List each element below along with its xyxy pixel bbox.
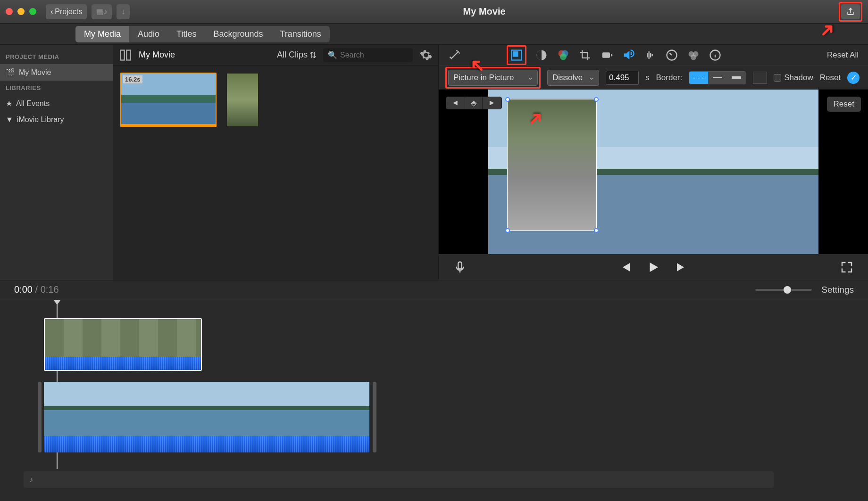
tab-my-media[interactable]: My Media — [75, 26, 129, 42]
time-current: 0:00 — [14, 284, 33, 295]
audio-strip — [45, 357, 201, 371]
close-icon[interactable] — [6, 8, 13, 15]
next-button[interactable] — [675, 260, 689, 274]
share-highlight — [839, 2, 862, 22]
tab-titles[interactable]: Titles — [168, 26, 205, 42]
transition-label: Dissolve — [552, 73, 583, 82]
resize-handle[interactable] — [505, 97, 510, 102]
overlay-icon[interactable] — [510, 49, 523, 62]
shadow-checkbox[interactable]: Shadow — [774, 73, 813, 82]
volume-icon[interactable] — [622, 49, 635, 62]
filter-label: All Clips — [277, 50, 308, 60]
resize-handle[interactable] — [594, 97, 599, 102]
overlay-highlight — [507, 45, 526, 65]
resize-handle[interactable] — [594, 228, 599, 233]
clip-thumb-1[interactable]: 16.2s — [120, 73, 217, 127]
timeline[interactable]: ♪ — [0, 299, 868, 501]
canvas[interactable] — [488, 90, 818, 254]
prev-edit-icon[interactable]: ◄ — [446, 97, 465, 109]
window-title: My Movie — [130, 6, 839, 17]
list-toggle-icon[interactable] — [119, 49, 132, 62]
svg-rect-8 — [602, 52, 610, 58]
tab-segment: My Media Audio Titles Backgrounds Transi… — [75, 26, 330, 42]
viewer-nav: ◄ ⬘ ► — [446, 97, 502, 109]
apply-button[interactable]: ✓ — [847, 72, 860, 84]
svg-rect-3 — [513, 52, 517, 56]
thumbnails: 16.2s — [113, 66, 438, 134]
duration-field[interactable] — [606, 71, 639, 85]
viewer-reset-button[interactable]: Reset — [827, 97, 861, 112]
search-field[interactable]: 🔍 — [323, 48, 413, 62]
updown-icon: ⇅ — [309, 50, 317, 60]
left-pane: PROJECT MEDIA 🎬 My Movie LIBRARIES ★ All… — [0, 45, 439, 280]
seconds-label: s — [645, 73, 650, 82]
svg-rect-14 — [458, 262, 462, 269]
sidebar-item-label: iMovie Library — [17, 115, 64, 124]
audio-strip — [44, 436, 369, 452]
prev-button[interactable] — [618, 260, 632, 274]
download-icon: ↓ — [121, 8, 125, 16]
border-thick[interactable] — [727, 72, 746, 84]
options-bar: Picture in Picture Dissolve s Border: - … — [439, 66, 868, 90]
clip-preview — [227, 74, 258, 126]
border-thin[interactable] — [708, 72, 727, 84]
minimize-icon[interactable] — [17, 8, 25, 15]
border-label: Border: — [656, 73, 683, 82]
clip-thumb-2[interactable] — [226, 73, 259, 127]
timeline-settings-button[interactable]: Settings — [821, 285, 854, 295]
resize-handle[interactable] — [505, 228, 510, 233]
music-track[interactable]: ♪ — [24, 471, 774, 488]
info-icon[interactable] — [709, 49, 722, 62]
sidebar-item-allevents[interactable]: ★ All Events — [0, 95, 113, 112]
tab-audio[interactable]: Audio — [129, 26, 168, 42]
clip-edge-right[interactable] — [373, 382, 376, 452]
tab-transitions[interactable]: Transitions — [272, 26, 330, 42]
sidebar-item-library[interactable]: ▼ iMovie Library — [0, 112, 113, 128]
noise-reduce-icon[interactable] — [643, 49, 657, 62]
magic-wand-icon[interactable] — [448, 49, 461, 62]
back-projects-button[interactable]: ‹ Projects — [46, 4, 87, 19]
download-button[interactable]: ↓ — [117, 4, 130, 19]
stabilize-icon[interactable] — [600, 49, 613, 62]
reset-button[interactable]: Reset — [820, 73, 841, 82]
waveform — [44, 436, 369, 452]
share-button[interactable] — [841, 4, 860, 19]
crop-icon[interactable] — [578, 49, 592, 62]
voiceover-icon[interactable] — [453, 260, 467, 274]
speed-icon[interactable] — [665, 49, 678, 62]
color-balance-icon[interactable] — [535, 49, 548, 62]
overlay-mode-dropdown[interactable]: Picture in Picture — [448, 70, 538, 86]
sidebar: PROJECT MEDIA 🎬 My Movie LIBRARIES ★ All… — [0, 45, 113, 280]
titlebar: ‹ Projects ▦♪ ↓ My Movie — [0, 0, 868, 24]
tab-backgrounds[interactable]: Backgrounds — [205, 26, 271, 42]
chevron-left-icon: ‹ — [50, 8, 53, 16]
search-input[interactable] — [340, 51, 408, 59]
filter-icon[interactable] — [687, 49, 700, 62]
clip-duration: 16.2s — [123, 75, 142, 83]
share-icon — [846, 7, 855, 16]
color-correct-icon[interactable] — [557, 49, 570, 62]
media-browser: My Movie All Clips ⇅ 🔍 16.2s — [113, 45, 438, 280]
media-import-button[interactable]: ▦♪ — [92, 4, 112, 19]
pip-track-clip[interactable] — [44, 318, 202, 371]
fullscreen-icon[interactable] — [840, 260, 854, 274]
reset-all-button[interactable]: Reset All — [827, 50, 859, 60]
play-button[interactable] — [646, 260, 660, 274]
settings-gear-icon[interactable] — [419, 49, 433, 62]
border-none[interactable]: - - - — [689, 72, 708, 84]
clip-edge-left[interactable] — [38, 382, 42, 452]
clips-filter-dropdown[interactable]: All Clips ⇅ — [277, 50, 317, 60]
slider-knob[interactable] — [784, 286, 791, 294]
pip-overlay[interactable] — [507, 99, 597, 231]
swap-icon[interactable]: ⬘ — [465, 97, 483, 109]
next-edit-icon[interactable]: ► — [483, 97, 502, 109]
checkbox-icon — [774, 74, 781, 82]
border-color-picker[interactable] — [753, 72, 767, 84]
main-track-clip[interactable] — [44, 382, 369, 452]
sidebar-item-mymovie[interactable]: 🎬 My Movie — [0, 64, 113, 81]
sidebar-head-libraries: LIBRARIES — [0, 81, 113, 95]
playback-bar — [439, 254, 868, 280]
transition-dropdown[interactable]: Dissolve — [547, 70, 599, 86]
maximize-icon[interactable] — [29, 8, 36, 15]
zoom-slider[interactable] — [755, 289, 812, 291]
